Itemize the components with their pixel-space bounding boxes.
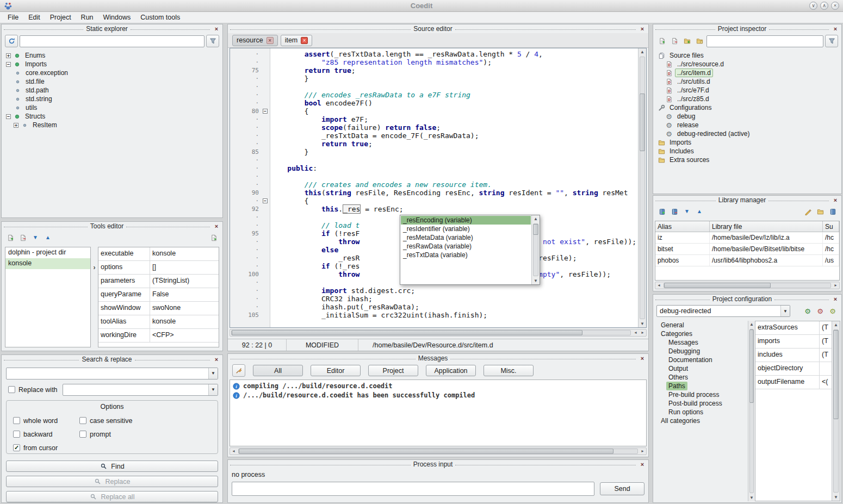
symbol-tree-item[interactable]: std.file: [4, 77, 220, 86]
close-panel-icon[interactable]: ×: [832, 26, 839, 33]
property-row[interactable]: showWindowswoNone: [98, 302, 219, 315]
scrollbar-thumb[interactable]: [232, 330, 582, 335]
gutter-line[interactable]: ·: [230, 172, 270, 181]
project-tree-item[interactable]: D../src/utils.d: [655, 77, 839, 86]
scroll-up-icon[interactable]: ▲: [832, 321, 840, 328]
gutter-line[interactable]: 85: [230, 148, 270, 156]
category-item[interactable]: General: [656, 321, 748, 329]
project-tree-item[interactable]: D../src/z85.d: [655, 95, 839, 103]
gutter-line[interactable]: ·: [230, 246, 270, 254]
collapse-icon[interactable]: −: [6, 62, 11, 67]
scrollbar-thumb[interactable]: [664, 283, 771, 288]
gutter-line[interactable]: 75: [230, 66, 270, 74]
config-property-row[interactable]: extraSources(T: [755, 321, 832, 335]
refresh-button[interactable]: [5, 35, 18, 47]
expand-icon[interactable]: +: [14, 123, 18, 128]
category-item[interactable]: Debugging: [656, 347, 748, 356]
symbol-tree-item[interactable]: utils: [4, 103, 220, 112]
gutter-line[interactable]: ·: [230, 213, 270, 221]
fold-collapse-icon[interactable]: −: [263, 198, 268, 203]
code-line[interactable]: return true;: [270, 140, 638, 148]
column-header[interactable]: Library file: [710, 221, 823, 232]
scrollbar-thumb[interactable]: [833, 330, 839, 419]
scrollbar-thumb[interactable]: [533, 224, 538, 235]
library-row[interactable]: iz/home/basile/Dev/Iz/lib/iz.a/hc: [655, 232, 839, 244]
arrow-up-button[interactable]: ▲: [42, 232, 53, 243]
option-prompt[interactable]: prompt: [79, 431, 218, 438]
checkbox[interactable]: [13, 431, 20, 438]
config-property-row[interactable]: imports(T: [755, 335, 832, 349]
project-tree-item[interactable]: D../src/e7F.d: [655, 86, 839, 95]
scroll-left-icon[interactable]: ◂: [230, 448, 237, 455]
gutter-line[interactable]: ·: [230, 303, 270, 311]
category-item[interactable]: Post-build process: [656, 399, 748, 408]
category-item[interactable]: Others: [656, 373, 748, 382]
menu-edit[interactable]: Edit: [24, 13, 45, 22]
library-horizontal-scrollbar[interactable]: ◂ ▸: [655, 282, 840, 289]
project-tree-item[interactable]: Extra sources: [655, 155, 839, 164]
category-item[interactable]: Run options: [656, 408, 748, 416]
scroll-up-icon[interactable]: ▲: [748, 321, 755, 328]
minimize-button[interactable]: ∨: [809, 2, 817, 10]
config-property-row[interactable]: outputFilename<(: [755, 376, 832, 389]
category-item[interactable]: Messages: [656, 338, 748, 347]
category-item[interactable]: Pre-build process: [656, 390, 748, 399]
code-line[interactable]: }: [270, 148, 638, 156]
completion-item[interactable]: _resRawData (variable): [401, 242, 531, 251]
gutter-line[interactable]: ·: [230, 99, 270, 107]
menu-project[interactable]: Project: [46, 13, 76, 22]
project-tree-item[interactable]: Configurations: [655, 103, 839, 112]
menu-file[interactable]: File: [3, 13, 23, 22]
close-panel-icon[interactable]: ×: [832, 197, 839, 204]
page-minus-button[interactable]: [17, 232, 28, 243]
code-line[interactable]: [270, 156, 638, 164]
gutter-line[interactable]: ·: [230, 295, 270, 303]
find-button[interactable]: Find: [6, 461, 218, 472]
column-header[interactable]: Alias: [655, 221, 710, 232]
code-line[interactable]: }: [270, 74, 638, 83]
gear-sync-button[interactable]: ⚙: [802, 306, 813, 316]
close-button[interactable]: ×: [831, 2, 839, 10]
configuration-combobox[interactable]: debug-redirected ▼: [656, 305, 790, 317]
close-panel-icon[interactable]: ×: [639, 461, 646, 468]
arrow-up-button[interactable]: ▲: [694, 206, 705, 217]
close-panel-icon[interactable]: ×: [832, 296, 839, 303]
code-line[interactable]: CRC32 ihash;: [270, 295, 638, 303]
gutter-line[interactable]: ·: [230, 164, 270, 172]
send-button[interactable]: Send: [600, 482, 644, 495]
scroll-down-icon[interactable]: ▼: [832, 494, 840, 501]
option-from-cursor[interactable]: ✓from cursor: [13, 444, 79, 452]
scroll-right-icon[interactable]: ▸: [639, 329, 646, 336]
fold-collapse-icon[interactable]: −: [263, 109, 268, 114]
scroll-down-icon[interactable]: ▼: [639, 320, 646, 327]
project-tree-item[interactable]: D../src/item.d: [655, 69, 839, 77]
close-panel-icon[interactable]: ×: [639, 355, 646, 362]
gutter-line[interactable]: ·: [230, 83, 270, 91]
checkbox[interactable]: [13, 417, 20, 424]
editor-tab-item[interactable]: item×: [281, 35, 313, 46]
gutter-line[interactable]: ·: [230, 140, 270, 148]
checkbox[interactable]: [79, 417, 86, 424]
project-tree-item[interactable]: ⚙debug-redirected (active): [655, 129, 839, 138]
property-row[interactable]: workingDire<CFP>: [98, 329, 219, 343]
code-line[interactable]: this(string resFile, ResEncoding resEnc,…: [270, 189, 638, 197]
close-panel-icon[interactable]: ×: [639, 26, 646, 33]
code-line[interactable]: public:: [270, 164, 638, 172]
project-tree-item[interactable]: ⚙debug: [655, 112, 839, 121]
symbol-tree-item[interactable]: −Structs: [4, 112, 220, 121]
replace-with-checkbox[interactable]: [8, 386, 15, 393]
code-line[interactable]: "z85 representation length mismatches");: [270, 58, 638, 66]
code-line[interactable]: this._res = resEnc;: [270, 205, 638, 213]
page-plus-button[interactable]: [656, 36, 667, 47]
library-row[interactable]: bitset/home/basile/Dev/Bitset/lib/bitse/…: [655, 244, 839, 255]
completion-item[interactable]: _resTxtData (variable): [401, 251, 531, 259]
book-button[interactable]: [827, 206, 838, 217]
close-tab-icon[interactable]: ×: [301, 37, 308, 44]
editor-horizontal-scrollbar[interactable]: ◂ ▸: [230, 329, 647, 337]
close-panel-icon[interactable]: ×: [213, 223, 220, 230]
close-tab-icon[interactable]: ×: [266, 37, 274, 44]
scroll-right-icon[interactable]: ▸: [832, 282, 839, 289]
tool-list-item[interactable]: konsole: [5, 258, 90, 269]
gutter-line[interactable]: 80−: [230, 107, 270, 115]
option-whole-word[interactable]: whole word: [13, 417, 79, 425]
